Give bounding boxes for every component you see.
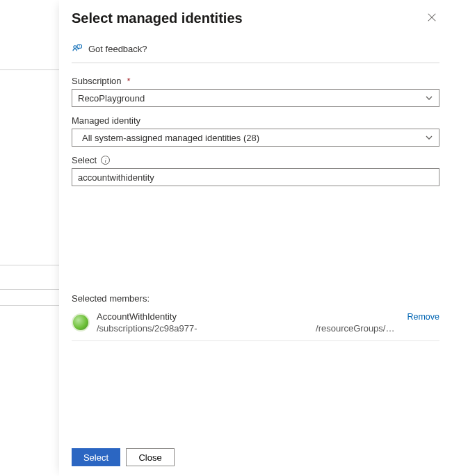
select-input[interactable] (78, 169, 433, 186)
identity-icon (72, 313, 90, 331)
feedback-link[interactable]: ? Got feedback? (72, 31, 439, 63)
label-text: Select (72, 155, 97, 165)
remove-member-link[interactable]: Remove (407, 312, 439, 322)
info-icon[interactable]: i (101, 156, 110, 165)
panel-footer: Select Close (72, 438, 439, 476)
panel-title: Select managed identities (72, 10, 243, 26)
ghost-divider (0, 265, 59, 265)
subscription-field: Subscription* RecoPlayground (72, 76, 439, 107)
managed-identity-dropdown[interactable]: All system-assigned managed identities (… (72, 129, 439, 147)
select-managed-identities-panel: Select managed identities ? Got feedback… (59, 0, 452, 476)
managed-identity-field: Managed identity All system-assigned man… (72, 115, 439, 147)
managed-identity-value: All system-assigned managed identities (… (82, 133, 259, 143)
label-text: Subscription (72, 76, 122, 86)
member-text: AccountWithIdentity /subscriptions/2c98a… (97, 311, 394, 335)
member-path: /subscriptions/2c98a977- /resourceGroups… (97, 322, 394, 335)
ghost-divider (0, 305, 59, 306)
feedback-icon: ? (72, 43, 83, 54)
panel-header: Select managed identities (72, 7, 439, 31)
label-text: Managed identity (72, 115, 140, 126)
selected-members-heading: Selected members: (72, 293, 439, 304)
form-area: Subscription* RecoPlayground Managed ide… (72, 63, 439, 195)
subscription-dropdown[interactable]: RecoPlayground (72, 89, 439, 107)
ghost-divider (0, 289, 59, 290)
selected-member-row: AccountWithIdentity /subscriptions/2c98a… (72, 308, 439, 341)
chevron-down-icon (425, 133, 433, 142)
select-label: Select i (72, 155, 439, 165)
selected-members-section: Selected members: AccountWithIdentity /s… (72, 293, 439, 341)
managed-identity-label: Managed identity (72, 115, 439, 126)
svg-point-2 (74, 46, 76, 49)
ghost-divider (0, 69, 59, 70)
member-path-suffix: /resourceGroups/… (316, 322, 394, 335)
select-button[interactable]: Select (72, 448, 120, 466)
subscription-value: RecoPlayground (78, 93, 145, 104)
background-left-gutter (0, 0, 59, 476)
chevron-down-icon (425, 94, 433, 102)
select-field: Select i (72, 155, 439, 186)
results-area (72, 195, 439, 293)
feedback-text: Got feedback? (88, 44, 147, 54)
subscription-label: Subscription* (72, 76, 439, 86)
close-icon[interactable] (424, 10, 439, 26)
member-name: AccountWithIdentity (97, 311, 394, 323)
select-input-wrapper[interactable] (72, 168, 439, 186)
member-path-prefix: /subscriptions/2c98a977- (97, 322, 197, 335)
close-button[interactable]: Close (126, 448, 175, 466)
required-marker: * (127, 76, 131, 86)
